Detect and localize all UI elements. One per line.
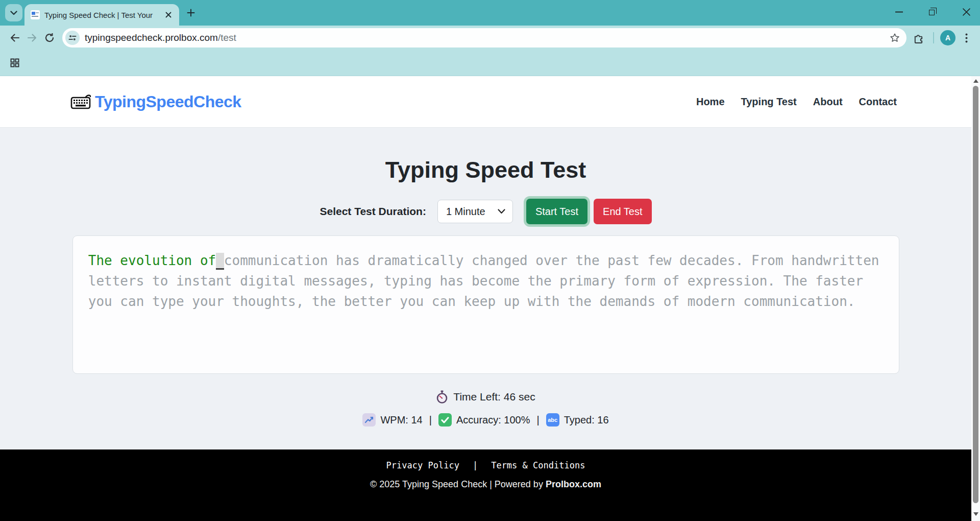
tab-title: Typing Speed Check | Test Your	[44, 11, 163, 19]
window-controls	[892, 0, 973, 23]
nav-link-home[interactable]: Home	[696, 96, 725, 108]
tab-close-icon[interactable]	[163, 9, 174, 20]
browser-menu-button[interactable]	[958, 29, 975, 46]
time-left-text: Time Left: 46 sec	[453, 391, 535, 403]
extensions-button[interactable]	[910, 29, 927, 46]
address-bar[interactable]: typingspeedcheck.prolbox.com/test	[62, 28, 906, 48]
page-title: Typing Speed Test	[385, 155, 586, 185]
stats-separator: |	[536, 414, 539, 426]
page-scrollbar[interactable]	[971, 76, 980, 521]
typing-text-card[interactable]: The evolution of communication has drama…	[72, 235, 899, 374]
scrollbar-thumb[interactable]	[973, 86, 978, 503]
check-mark-icon	[438, 413, 452, 427]
stats-separator: |	[429, 414, 432, 426]
typing-paragraph: The evolution of communication has drama…	[88, 250, 884, 373]
apps-grid-button[interactable]	[6, 54, 23, 72]
wpm-text: WPM: 14	[380, 414, 422, 426]
url-path: /test	[218, 32, 236, 43]
bookmark-star-icon[interactable]	[889, 32, 900, 43]
forward-arrow-icon	[27, 33, 37, 42]
end-test-button[interactable]: End Test	[594, 199, 651, 224]
test-controls: Select Test Duration: 1 Minute Start Tes…	[320, 198, 651, 225]
toolbar-separator	[933, 32, 934, 43]
footer-links-separator: |	[473, 460, 478, 470]
nav-link-about[interactable]: About	[813, 96, 843, 108]
url-host: typingspeedcheck.prolbox.com	[85, 32, 218, 43]
terms-conditions-link[interactable]: Terms & Conditions	[491, 460, 585, 470]
forward-button[interactable]	[23, 29, 41, 46]
restore-icon	[929, 10, 935, 15]
browser-toolbar: typingspeedcheck.prolbox.com/test A	[0, 26, 980, 50]
main-nav: Home Typing Test About Contact	[696, 96, 897, 108]
duration-label: Select Test Duration:	[320, 205, 426, 218]
toolbar-right-cluster: A	[910, 29, 975, 46]
apps-grid-icon	[10, 58, 19, 67]
typing-cursor	[216, 253, 224, 270]
site-favicon	[31, 10, 40, 19]
scroll-down-arrow-icon[interactable]	[973, 512, 978, 516]
duration-selected-value: 1 Minute	[446, 206, 485, 218]
footer-links: Privacy Policy | Terms & Conditions	[0, 460, 971, 470]
url-text[interactable]: typingspeedcheck.prolbox.com/test	[85, 32, 889, 43]
back-arrow-icon	[10, 33, 20, 42]
copyright-text: © 2025 Typing Speed Check | Powered by	[370, 479, 546, 489]
nav-link-contact[interactable]: Contact	[859, 96, 897, 108]
profile-avatar[interactable]: A	[940, 30, 955, 45]
browser-window: Typing Speed Check | Test Your typingspe…	[0, 0, 980, 521]
puzzle-icon	[913, 33, 924, 43]
scroll-up-arrow-icon[interactable]	[973, 79, 978, 83]
chevron-down-icon	[10, 11, 17, 15]
back-button[interactable]	[6, 29, 23, 46]
bookmarks-bar	[0, 50, 980, 76]
minimize-button[interactable]	[892, 5, 905, 18]
copyright-line: © 2025 Typing Speed Check | Powered by P…	[0, 479, 971, 490]
site-header: TypingSpeedCheck Home Typing Test About …	[0, 76, 971, 128]
accuracy-text: Accuracy: 100%	[456, 414, 530, 426]
abc-input-icon: abc	[546, 413, 559, 427]
page-viewport: TypingSpeedCheck Home Typing Test About …	[0, 76, 971, 521]
new-tab-button[interactable]	[183, 5, 199, 20]
site-footer: Privacy Policy | Terms & Conditions © 20…	[0, 449, 971, 521]
restore-button[interactable]	[926, 5, 939, 18]
start-test-button[interactable]: Start Test	[526, 199, 587, 224]
stopwatch-icon	[436, 390, 448, 404]
reload-button[interactable]	[41, 29, 58, 46]
typed-text: The evolution of	[88, 253, 216, 268]
main-content: Typing Speed Test Select Test Duration: …	[0, 128, 971, 449]
site-logo[interactable]: TypingSpeedCheck	[70, 92, 241, 111]
chart-increasing-icon	[362, 413, 376, 427]
reload-icon	[44, 33, 55, 43]
browser-tab[interactable]: Typing Speed Check | Test Your	[24, 4, 179, 26]
nav-link-typing-test[interactable]: Typing Test	[741, 96, 797, 108]
brand-name: Prolbox.com	[546, 479, 601, 489]
close-window-button[interactable]	[960, 5, 973, 18]
kebab-menu-icon	[965, 33, 968, 43]
plus-icon	[187, 9, 195, 17]
duration-select[interactable]: 1 Minute	[437, 200, 513, 223]
typed-count-text: Typed: 16	[564, 414, 609, 426]
tab-search-button[interactable]	[5, 4, 22, 21]
stats-row: WPM: 14 | Accuracy: 100% | abc Typed: 16	[362, 413, 608, 427]
privacy-policy-link[interactable]: Privacy Policy	[386, 460, 459, 470]
browser-titlebar: Typing Speed Check | Test Your	[0, 0, 980, 26]
site-info-icon[interactable]	[65, 31, 80, 45]
keyboard-icon	[70, 93, 92, 110]
time-left-row: Time Left: 46 sec	[436, 390, 535, 404]
logo-text: TypingSpeedCheck	[95, 92, 241, 111]
chevron-down-icon	[498, 209, 505, 214]
